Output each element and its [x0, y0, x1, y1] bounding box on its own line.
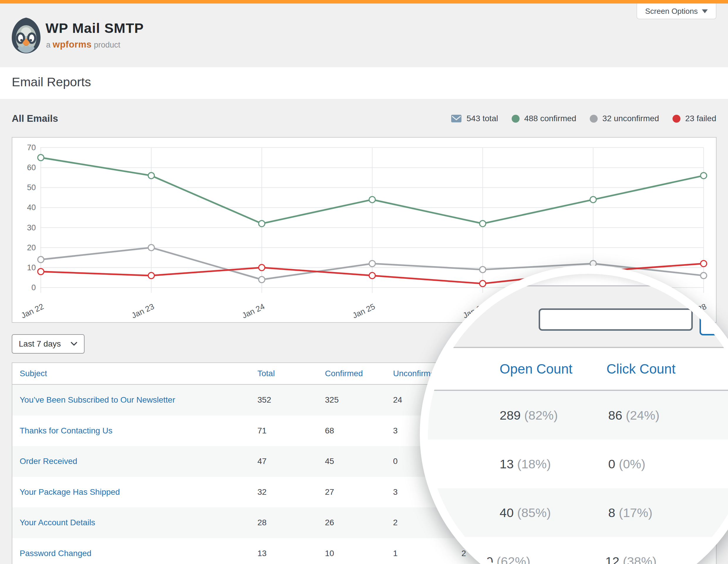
magnified-table-row — [420, 440, 728, 488]
confirmed-value: 45 — [325, 446, 334, 477]
legend-item-unconfirmed: 32 unconfirmed — [590, 114, 659, 123]
subject-link[interactable]: You’ve Been Subscribed to Our Newsletter — [20, 385, 175, 415]
magnified-open-count: 13 (18%) — [500, 440, 551, 488]
magnified-header-band — [420, 348, 728, 390]
magnified-open-count: 20 (62%) — [479, 537, 530, 564]
tagline-prefix: a — [46, 41, 50, 49]
confirmed-value: 10 — [325, 538, 334, 564]
subject-link[interactable]: Your Account Details — [20, 507, 95, 538]
page-title-band: Email Reports — [0, 67, 728, 99]
dot-icon — [673, 115, 680, 123]
screen-options-button[interactable]: Screen Options — [637, 4, 716, 19]
app-title: WP Mail SMTP — [45, 20, 144, 36]
confirmed-value: 68 — [325, 415, 334, 446]
magnified-table-row — [420, 391, 728, 440]
confirmed-value: 325 — [325, 385, 339, 415]
svg-text:20: 20 — [27, 243, 36, 252]
svg-text:Jan 22: Jan 22 — [20, 302, 45, 320]
wp-mail-smtp-pigeon-logo — [11, 16, 42, 55]
subject-link[interactable]: Your Package Has Shipped — [20, 477, 120, 508]
dot-icon — [590, 115, 598, 123]
svg-text:40: 40 — [27, 203, 36, 212]
screen-options-label: Screen Options — [645, 7, 698, 16]
period-select[interactable]: Last 7 days — [12, 334, 85, 353]
period-select-value: Last 7 days — [19, 339, 61, 348]
magnified-click-count: 86 (24%) — [608, 391, 660, 440]
unconfirmed-value: 3 — [393, 477, 398, 508]
mail-icon — [451, 115, 462, 123]
svg-text:60: 60 — [27, 163, 36, 172]
magnified-open-count: 289 (82%) — [500, 391, 558, 440]
column-header-subject[interactable]: Subject — [20, 363, 47, 384]
unconfirmed-value: 3 — [393, 415, 398, 446]
tagline-brand: wpforms — [53, 39, 92, 50]
unconfirmed-value: 1 — [393, 538, 398, 564]
total-value: 352 — [257, 385, 271, 415]
magnified-click-count: 12 (38%) — [605, 537, 657, 564]
magnified-column-header-click-count[interactable]: Click Count — [606, 348, 675, 390]
chart-legend: 543 total488 confirmed32 unconfirmed23 f… — [451, 114, 716, 123]
legend-item-confirmed: 488 confirmed — [512, 114, 576, 123]
svg-text:Jan 23: Jan 23 — [130, 302, 156, 320]
subject-link[interactable]: Password Changed — [20, 538, 91, 564]
subject-link[interactable]: Order Received — [20, 446, 77, 477]
legend-label: 543 total — [466, 114, 498, 123]
confirmed-value: 27 — [325, 477, 334, 508]
legend-label: 32 unconfirmed — [602, 114, 659, 123]
column-header-confirmed[interactable]: Confirmed — [325, 363, 363, 384]
search-input[interactable] — [539, 308, 693, 331]
total-value: 13 — [257, 538, 267, 564]
tagline-suffix: product — [94, 41, 120, 49]
legend-item-failed: 23 failed — [673, 114, 716, 123]
confirmed-value: 26 — [325, 507, 334, 538]
chevron-down-icon — [70, 341, 77, 346]
total-value: 71 — [257, 415, 267, 446]
section-title: All Emails — [12, 113, 58, 124]
unconfirmed-value: 24 — [393, 385, 402, 415]
svg-text:0: 0 — [31, 283, 36, 292]
app-header: WP Mail SMTP a wpforms product — [0, 4, 728, 67]
column-header-total[interactable]: Total — [257, 363, 275, 384]
magnified-click-count: 0 (0%) — [608, 440, 646, 488]
svg-text:Jan 24: Jan 24 — [241, 302, 266, 320]
magnified-column-header-open-count[interactable]: Open Count — [500, 348, 572, 390]
legend-label: 488 confirmed — [524, 114, 576, 123]
total-value: 28 — [257, 507, 267, 538]
subject-link[interactable]: Thanks for Contacting Us — [20, 415, 112, 446]
unconfirmed-value: 0 — [393, 446, 398, 477]
total-value: 32 — [257, 477, 267, 508]
magnified-click-count: 8 (17%) — [608, 488, 653, 537]
total-value: 47 — [257, 446, 267, 477]
svg-text:Jan 25: Jan 25 — [351, 302, 376, 320]
legend-label: 23 failed — [685, 114, 716, 123]
caret-down-icon — [702, 9, 708, 13]
svg-text:70: 70 — [27, 143, 36, 152]
top-accent-bar — [0, 0, 728, 4]
svg-text:50: 50 — [27, 183, 36, 192]
dot-icon — [512, 115, 520, 123]
magnified-open-count: 40 (85%) — [500, 488, 551, 537]
page-title: Email Reports — [12, 75, 91, 89]
svg-text:30: 30 — [27, 223, 36, 232]
app-tagline: a wpforms product — [46, 39, 120, 50]
legend-item-total: 543 total — [451, 114, 498, 123]
svg-text:10: 10 — [27, 263, 36, 272]
magnified-table-row — [420, 488, 728, 537]
unconfirmed-value: 2 — [393, 507, 398, 538]
